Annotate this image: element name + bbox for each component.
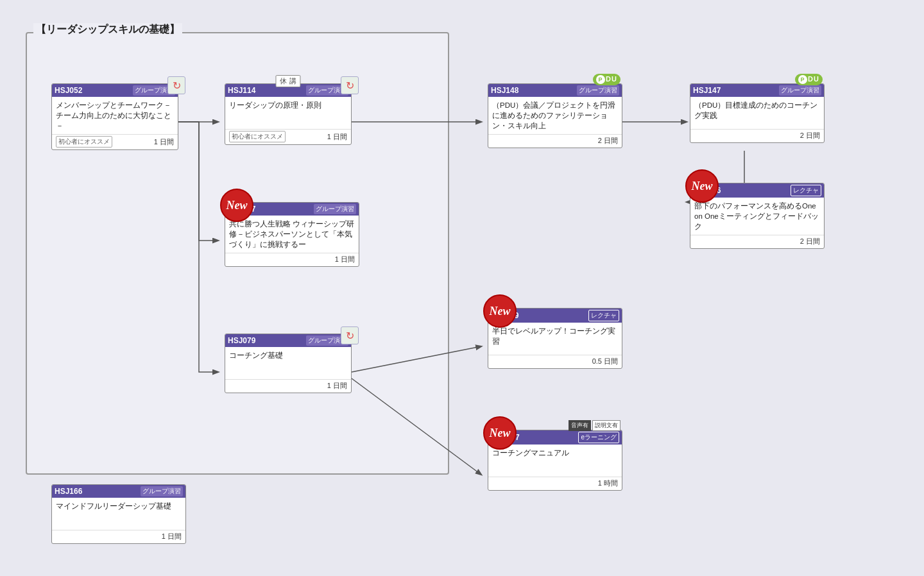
card-duration-hsj147: 2 日間 <box>800 131 820 140</box>
pdu-badge-hsj147: PDU <box>795 74 823 85</box>
card-duration-hsj079: 1 日間 <box>327 381 347 391</box>
card-body-hse097: コーチングマニュアル <box>488 445 622 477</box>
card-footer-hsj114: 初心者にオススメ 1 日間 <box>225 129 351 144</box>
card-type-hsj179: レクチャ <box>588 310 619 321</box>
refresh-icon-hsj079: ↻ <box>341 326 359 344</box>
card-header-hsj147: HSJ147 グループ演習 <box>690 84 824 97</box>
card-duration-hsj148: 2 日間 <box>598 136 618 146</box>
card-code-hsj148: HSJ148 <box>491 86 574 95</box>
card-duration-hsj166: 1 日間 <box>162 532 182 541</box>
desc-badge-hse097: 説明文有 <box>592 420 620 431</box>
card-type-hsj166: グループ演習 <box>141 486 183 496</box>
card-duration-hsj114: 1 日間 <box>327 132 347 142</box>
card-code-hsj052: HSJ052 <box>55 86 130 95</box>
card-body-hsj148: （PDU）会議／プロジェクトを円滑に進めるためのファシリテーション・スキル向上 <box>488 97 622 134</box>
card-hsj052[interactable]: ↻ HSJ052 グループ演習 メンバーシップとチームワーク－チーム力向上のため… <box>51 83 178 150</box>
card-type-hsj186: レクチャ <box>791 185 821 196</box>
new-badge-hse097: New <box>483 416 517 450</box>
card-hsj114[interactable]: ↻ 休 講 HSJ114 グループ演習 リーダシップの原理・原則 初心者にオスス… <box>225 83 352 145</box>
card-hse097[interactable]: New 音声有 説明文有 HSE097 eラーニング コーチングマニュアル 1 … <box>488 430 622 491</box>
new-badge-hsj186: New <box>685 169 719 203</box>
card-footer-hsj186: 2 日間 <box>690 235 824 248</box>
new-badge-hsj179: New <box>483 294 517 328</box>
refresh-icon-hsj114: ↻ <box>341 76 359 94</box>
card-hsj148[interactable]: PDU HSJ148 グループ演習 （PDU）会議／プロジェクトを円滑に進めるた… <box>488 83 622 148</box>
card-note-hsj052: 初心者にオススメ <box>56 136 112 148</box>
card-hsj187[interactable]: New HSJ187 グループ演習 共に勝つ人生戦略 ウィナーシップ研修－ビジネ… <box>225 202 359 267</box>
card-type-hsj147: グループ演習 <box>779 85 821 96</box>
card-header-hsj166: HSJ166 グループ演習 <box>52 485 185 498</box>
badge-row-hse097: 音声有 説明文有 <box>569 420 620 431</box>
card-footer-hsj148: 2 日間 <box>488 134 622 148</box>
card-body-hsj052: メンバーシップとチームワーク－チーム力向上のために大切なこと－ <box>52 97 178 134</box>
card-header-hsj079: HSJ079 グループ演習 <box>225 334 351 347</box>
diagram-container: 【リーダシップスキルの基礎】 ↻ HSJ052 グループ演習 メ <box>13 13 911 563</box>
card-hsj186[interactable]: New HSJ186 レクチャ 部下のパフォーマンスを高めるOne on One… <box>690 183 825 249</box>
card-body-hsj166: マインドフルリーダーシップ基礎 <box>52 498 185 530</box>
card-body-hsj186: 部下のパフォーマンスを高めるOne on Oneミーティングとフィードバック <box>690 198 824 235</box>
card-code-hsj166: HSJ166 <box>55 487 138 496</box>
card-body-hsj114: リーダシップの原理・原則 <box>225 97 351 129</box>
card-duration-hse097: 1 時間 <box>598 479 618 488</box>
card-hsj147[interactable]: PDU HSJ147 グループ演習 （PDU）目標達成のためのコーチング実践 2… <box>690 83 825 143</box>
card-header-hsj148: HSJ148 グループ演習 <box>488 84 622 97</box>
card-body-hsj147: （PDU）目標達成のためのコーチング実践 <box>690 97 824 129</box>
outer-box-title: 【リーダシップスキルの基礎】 <box>33 23 182 37</box>
card-duration-hsj186: 2 日間 <box>800 237 820 246</box>
card-duration-hsj052: 1 日間 <box>154 137 174 147</box>
card-code-hsj147: HSJ147 <box>693 86 776 95</box>
audio-badge-hse097: 音声有 <box>569 420 591 431</box>
new-badge-hsj187: New <box>220 189 253 222</box>
card-hsj179[interactable]: New HSJ179 レクチャ 半日でレベルアップ！コーチング実習 0.5 日間 <box>488 308 622 369</box>
card-body-hsj079: コーチング基礎 <box>225 347 351 379</box>
card-hsj166[interactable]: HSJ166 グループ演習 マインドフルリーダーシップ基礎 1 日間 <box>51 484 186 544</box>
card-body-hsj179: 半日でレベルアップ！コーチング実習 <box>488 323 622 355</box>
card-type-hsj148: グループ演習 <box>577 85 619 96</box>
card-footer-hsj166: 1 日間 <box>52 530 185 543</box>
pdu-badge-hsj148: PDU <box>593 74 620 85</box>
card-type-hse097: eラーニング <box>578 432 619 443</box>
card-code-hsj114: HSJ114 <box>228 86 304 95</box>
card-footer-hsj187: 1 日間 <box>225 253 359 266</box>
card-footer-hsj079: 1 日間 <box>225 379 351 393</box>
card-footer-hsj052: 初心者にオススメ 1 日間 <box>52 134 178 149</box>
card-note-hsj114: 初心者にオススメ <box>229 131 286 142</box>
card-footer-hsj179: 0.5 日間 <box>488 355 622 368</box>
refresh-icon-hsj052: ↻ <box>167 76 185 94</box>
card-duration-hsj179: 0.5 日間 <box>592 357 618 366</box>
card-hsj079[interactable]: ↻ HSJ079 グループ演習 コーチング基礎 1 日間 <box>225 334 352 393</box>
card-code-hsj079: HSJ079 <box>228 336 304 345</box>
card-footer-hsj147: 2 日間 <box>690 129 824 142</box>
card-footer-hse097: 1 時間 <box>488 477 622 490</box>
card-duration-hsj187: 1 日間 <box>335 255 355 264</box>
card-header-hsj052: HSJ052 グループ演習 <box>52 84 178 97</box>
card-body-hsj187: 共に勝つ人生戦略 ウィナーシップ研修－ビジネスパーソンとして「本気づくり」に挑戦… <box>225 216 359 253</box>
card-type-hsj187: グループ演習 <box>314 204 356 214</box>
kyukou-badge-hsj114: 休 講 <box>275 75 300 87</box>
